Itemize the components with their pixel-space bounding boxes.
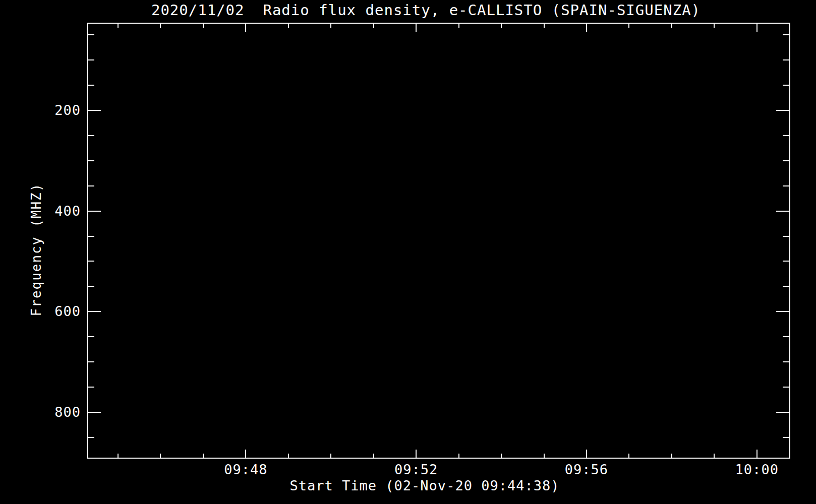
x-tick-label: 09:52 — [376, 462, 456, 477]
x-tick — [458, 24, 459, 28]
x-tick — [330, 454, 331, 458]
y-tick — [88, 387, 94, 388]
y-tick — [88, 85, 94, 86]
x-tick — [756, 24, 757, 32]
x-tick — [118, 454, 119, 458]
x-tick — [756, 450, 757, 458]
chart-title: 2020/11/02 Radio flux density, e-CALLIST… — [74, 2, 778, 20]
y-tick — [88, 211, 101, 212]
x-tick — [458, 454, 459, 458]
y-tick — [88, 160, 94, 161]
y-tick — [783, 286, 789, 287]
y-tick — [88, 336, 94, 337]
x-tick — [586, 450, 587, 458]
y-tick — [776, 412, 789, 413]
y-tick-label: 200 — [13, 102, 81, 118]
x-tick — [203, 454, 204, 458]
y-axis-title: Frequency (MHZ) — [29, 183, 44, 317]
y-tick — [88, 59, 94, 60]
y-tick-label: 600 — [13, 303, 81, 319]
y-tick — [776, 311, 789, 312]
x-tick — [671, 454, 672, 458]
y-tick — [88, 236, 94, 237]
x-tick — [501, 454, 502, 458]
x-tick-label: 10:00 — [717, 462, 797, 477]
y-tick — [783, 160, 789, 161]
x-tick — [160, 454, 161, 458]
y-tick — [88, 437, 94, 438]
x-tick — [373, 454, 374, 458]
x-tick — [203, 24, 204, 28]
y-tick — [88, 34, 94, 35]
x-tick — [160, 24, 161, 28]
y-tick — [88, 185, 94, 186]
y-tick — [783, 59, 789, 60]
y-tick — [783, 261, 789, 262]
y-tick — [783, 185, 789, 186]
y-tick — [783, 135, 789, 136]
y-tick — [783, 236, 789, 237]
y-tick — [776, 211, 789, 212]
x-tick — [628, 454, 629, 458]
y-tick — [783, 361, 789, 362]
y-tick — [88, 286, 94, 287]
x-tick — [118, 24, 119, 28]
x-tick — [714, 24, 715, 28]
x-tick — [245, 24, 246, 32]
x-tick — [245, 450, 246, 458]
x-tick — [671, 24, 672, 28]
x-tick — [714, 454, 715, 458]
y-tick — [783, 336, 789, 337]
x-tick — [501, 24, 502, 28]
x-tick — [288, 24, 289, 28]
y-tick — [88, 311, 101, 312]
y-tick — [783, 34, 789, 35]
x-tick-label: 09:48 — [205, 462, 286, 477]
x-tick — [416, 450, 417, 458]
x-tick — [416, 24, 417, 32]
x-tick — [544, 454, 545, 458]
y-tick-label: 800 — [13, 404, 81, 420]
x-tick — [628, 24, 629, 28]
x-tick — [288, 454, 289, 458]
y-tick — [783, 437, 789, 438]
y-tick — [88, 110, 101, 111]
y-tick-label: 400 — [13, 203, 81, 219]
x-tick — [586, 24, 587, 32]
y-tick — [88, 412, 101, 413]
y-tick — [783, 387, 789, 388]
x-tick — [544, 24, 545, 28]
x-tick — [373, 24, 374, 28]
y-tick — [88, 261, 94, 262]
x-tick-label: 09:56 — [546, 462, 627, 477]
y-tick — [88, 135, 94, 136]
plot-frame — [87, 23, 790, 459]
x-axis-title: Start Time (02-Nov-20 09:44:38) — [87, 478, 763, 493]
x-tick — [330, 24, 331, 28]
y-tick — [88, 361, 94, 362]
y-tick — [776, 110, 789, 111]
y-tick — [783, 85, 789, 86]
spectrogram-figure: 2020/11/02 Radio flux density, e-CALLIST… — [0, 0, 816, 504]
